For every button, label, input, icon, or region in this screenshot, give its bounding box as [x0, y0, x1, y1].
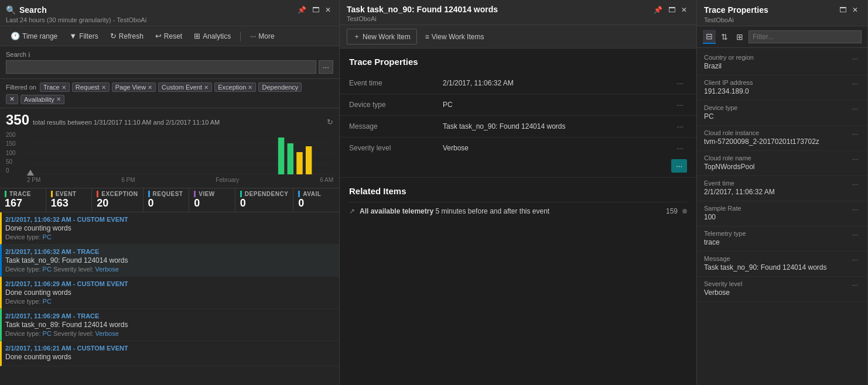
- reset-button[interactable]: ↩ Reset: [151, 30, 187, 42]
- stat-view[interactable]: VIEW 0: [189, 188, 235, 212]
- event-3-title: Done counting words: [5, 288, 333, 297]
- stat-exception-count: 20: [97, 197, 138, 209]
- middle-close-button[interactable]: ✕: [679, 5, 689, 15]
- right-filter-input[interactable]: [749, 30, 862, 43]
- results-text: total results between 1/31/2017 11:10 AM…: [33, 119, 220, 126]
- maximize-button[interactable]: 🗖: [310, 5, 322, 15]
- remove-request-filter[interactable]: ✕: [101, 84, 106, 91]
- remove-availability-filter[interactable]: ✕: [56, 96, 61, 102]
- remove-all-filters[interactable]: ✕: [6, 94, 18, 104]
- trace-key-message: Message: [349, 122, 443, 130]
- prop-row-severitylevel: Severity level Verbose ···: [697, 277, 867, 302]
- stat-trace-label: TRACE: [5, 191, 41, 197]
- prop-more-clientip[interactable]: ···: [849, 79, 860, 88]
- event-5-title: Done counting words: [5, 353, 333, 361]
- right-props-list: Country or region Brazil ··· Client IP a…: [697, 48, 867, 385]
- stat-view-label: VIEW: [194, 191, 230, 197]
- remove-trace-filter[interactable]: ✕: [61, 84, 66, 91]
- remove-exception-filter[interactable]: ✕: [248, 84, 252, 91]
- search-input[interactable]: [6, 60, 316, 74]
- prop-content-telemetrytype: Telemetry type trace: [704, 230, 849, 248]
- severity-more-button[interactable]: ···: [673, 142, 687, 154]
- prop-more-severitylevel[interactable]: ···: [849, 280, 860, 289]
- prop-value-devicetype: PC: [704, 112, 849, 121]
- remove-customevent-filter[interactable]: ✕: [204, 84, 209, 91]
- prop-more-eventtime[interactable]: ···: [849, 180, 860, 188]
- prop-more-samplerate[interactable]: ···: [849, 205, 860, 214]
- refresh-button[interactable]: ↻ Refresh: [105, 30, 148, 42]
- prop-more-devicetype[interactable]: ···: [849, 104, 860, 113]
- prop-content-devicetype: Device type PC: [704, 104, 849, 122]
- new-work-item-button[interactable]: ＋ New Work Item: [347, 29, 417, 44]
- event-item-3[interactable]: 2/1/2017, 11:06:29 AM - CUSTOM EVENT Don…: [0, 277, 339, 309]
- right-tool-btn-3[interactable]: ⊞: [733, 30, 746, 43]
- stat-view-count: 0: [194, 197, 230, 209]
- trace-value-message: Task task_no_90: Found 124014 words: [443, 122, 673, 130]
- right-title: Trace Properties 🗖 ✕: [704, 5, 860, 15]
- right-tool-btn-1[interactable]: ⊟: [703, 30, 716, 44]
- filter-tag-dependency: Dependency: [258, 82, 302, 92]
- trace-key-severity: Severity level: [349, 144, 443, 152]
- prop-value-cloudroleinstance: tvm-57200098_2-20170201t173702z: [704, 138, 849, 146]
- stat-event[interactable]: EVENT 163: [46, 188, 93, 212]
- stat-dependency[interactable]: DEPENDENCY 0: [235, 188, 293, 212]
- stat-dependency-label: DEPENDENCY: [240, 191, 288, 197]
- left-panel-title: 🔍 Search: [6, 5, 47, 15]
- trace-key-devicetype: Device type: [349, 101, 443, 109]
- stats-row: TRACE 167 EVENT 163 EXCEPTION 20 REQUEST…: [0, 188, 339, 212]
- prop-row-devicetype: Device type PC ···: [697, 101, 867, 126]
- event-item-4[interactable]: 2/1/2017, 11:06:29 AM - TRACE Task task_…: [0, 309, 339, 341]
- prop-more-cloudroleinstance[interactable]: ···: [849, 129, 860, 138]
- results-refresh-icon[interactable]: ↻: [327, 118, 333, 126]
- svg-rect-7: [296, 152, 302, 174]
- view-work-items-button[interactable]: ≡ View Work Items: [419, 30, 490, 43]
- prop-value-samplerate: 100: [704, 213, 849, 221]
- event-4-title: Task task_no_89: Found 124014 words: [5, 321, 333, 329]
- related-title: Related Items: [349, 186, 687, 196]
- right-tool-btn-2[interactable]: ⇅: [718, 30, 731, 43]
- stat-request[interactable]: REQUEST 0: [143, 188, 190, 212]
- grid-view-icon: ⊞: [736, 32, 743, 42]
- event-item-1[interactable]: 2/1/2017, 11:06:32 AM - CUSTOM EVENT Don…: [0, 212, 339, 245]
- stat-avail[interactable]: AVAIL 0: [293, 188, 339, 212]
- prop-content-cloudroleinstance: Cloud role instance tvm-57200098_2-20170…: [704, 129, 849, 147]
- left-panel: 🔍 Search 📌 🗖 ✕ Last 24 hours (30 minute …: [0, 0, 340, 385]
- prop-value-country: Brazil: [704, 62, 849, 70]
- search-settings-button[interactable]: ···: [319, 60, 333, 74]
- prop-more-message[interactable]: ···: [849, 255, 860, 264]
- trace-context-button[interactable]: ···: [671, 159, 687, 173]
- event-list[interactable]: 2/1/2017, 11:06:32 AM - CUSTOM EVENT Don…: [0, 212, 339, 385]
- remove-pageview-filter[interactable]: ✕: [148, 84, 152, 91]
- devicetype-more-button[interactable]: ···: [673, 99, 687, 111]
- pin-button[interactable]: 📌: [295, 5, 309, 15]
- related-item-1[interactable]: ↗ All available telemetry 5 minutes befo…: [349, 202, 687, 220]
- prop-more-country[interactable]: ···: [849, 54, 860, 63]
- event-1-header: 2/1/2017, 11:06:32 AM - CUSTOM EVENT: [5, 216, 333, 223]
- analytics-button[interactable]: ⊞ Analytics: [189, 30, 235, 42]
- close-button[interactable]: ✕: [323, 5, 333, 15]
- trace-section: Trace Properties Event time 2/1/2017, 11…: [340, 49, 696, 385]
- right-header: Trace Properties 🗖 ✕ TestOboAi: [697, 0, 867, 26]
- svg-rect-5: [278, 138, 284, 174]
- stat-exception[interactable]: EXCEPTION 20: [92, 188, 143, 212]
- middle-title: Task task_no_90: Found 124014 words: [347, 5, 498, 14]
- prop-more-telemetrytype[interactable]: ···: [849, 230, 860, 239]
- event-item-5[interactable]: 2/1/2017, 11:06:21 AM - CUSTOM EVENT Don…: [0, 341, 339, 366]
- filters-button[interactable]: ▼ Filters: [64, 30, 103, 42]
- related-arrow-icon: ↗: [349, 207, 355, 215]
- more-button[interactable]: ··· More: [245, 30, 279, 42]
- eventtime-more-button[interactable]: ···: [673, 77, 687, 89]
- filter-tag-request: Request ✕: [72, 82, 110, 92]
- timerange-button[interactable]: 🕐 Time range: [6, 30, 62, 42]
- right-close-button[interactable]: ✕: [850, 5, 860, 15]
- middle-subtitle: TestOboAi: [347, 15, 689, 22]
- message-more-button[interactable]: ···: [673, 121, 687, 132]
- prop-more-cloudrolename[interactable]: ···: [849, 154, 860, 163]
- right-maximize-button[interactable]: 🗖: [837, 5, 849, 15]
- event-item-2[interactable]: 2/1/2017, 11:06:32 AM - TRACE Task task_…: [0, 245, 339, 277]
- stat-trace[interactable]: TRACE 167: [0, 188, 46, 212]
- middle-pin-button[interactable]: 📌: [651, 5, 665, 15]
- prop-value-clientip: 191.234.189.0: [704, 87, 849, 95]
- stat-event-count: 163: [51, 197, 87, 209]
- middle-maximize-button[interactable]: 🗖: [666, 5, 678, 15]
